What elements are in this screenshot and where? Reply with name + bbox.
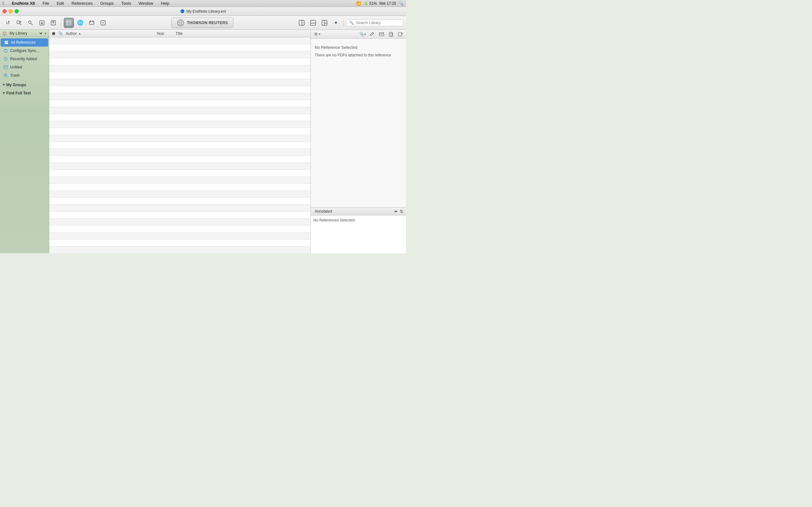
library-selector[interactable]: 🏠 My Library ▾: [0, 30, 49, 37]
find-duplicates-button[interactable]: [26, 18, 36, 28]
gear-dropdown-arrow: ▾: [319, 32, 320, 36]
table-row[interactable]: [49, 226, 310, 233]
author-label: Author: [66, 32, 77, 36]
table-row[interactable]: [49, 239, 310, 246]
import-button[interactable]: [37, 18, 47, 28]
menu-groups[interactable]: Groups: [99, 1, 115, 6]
close-button[interactable]: [3, 9, 7, 13]
menu-references[interactable]: References: [70, 1, 94, 6]
maximize-button[interactable]: [14, 9, 19, 13]
pdf-panel-button[interactable]: [308, 18, 318, 28]
layout-arrow-button[interactable]: ▾: [331, 18, 341, 28]
search-icon: 🔍: [349, 20, 354, 25]
toolbar-center: THOMSON REUTERS: [109, 17, 295, 28]
edit-reference-button[interactable]: [368, 31, 376, 38]
menu-edit[interactable]: Edit: [55, 1, 65, 6]
window-title-text: My EndNote Library.enl: [187, 9, 226, 14]
attachment-dropdown-icon: ▾: [364, 33, 366, 36]
my-groups-arrow: [3, 84, 5, 86]
spotlight-icon[interactable]: 🔍: [399, 1, 403, 6]
minimize-button[interactable]: [9, 9, 13, 13]
add-reference-button[interactable]: [14, 18, 24, 28]
table-row[interactable]: [49, 79, 310, 86]
table-row[interactable]: [49, 246, 310, 253]
sidebar-item-all-references[interactable]: All References: [1, 38, 48, 47]
menu-file[interactable]: File: [41, 1, 50, 6]
thomson-reuters-button[interactable]: THOMSON REUTERS: [171, 17, 234, 28]
table-row[interactable]: [49, 93, 310, 100]
sidebar-item-recently-added[interactable]: Recently Added: [0, 55, 49, 63]
svg-rect-47: [389, 32, 392, 36]
table-row[interactable]: [49, 58, 310, 65]
right-panel: ⚙ ▾ 📎 ▾: [311, 30, 406, 253]
table-row[interactable]: [49, 121, 310, 128]
sync-button[interactable]: ↺: [3, 18, 13, 28]
find-full-text-arrow: [3, 92, 5, 94]
menu-tools[interactable]: Tools: [120, 1, 132, 6]
export-button[interactable]: [48, 18, 58, 28]
gear-menu-button[interactable]: ⚙ ▾: [312, 31, 322, 37]
table-row[interactable]: [49, 205, 310, 212]
table-row[interactable]: [49, 65, 310, 72]
table-row[interactable]: [49, 233, 310, 239]
table-row[interactable]: [49, 100, 310, 107]
layout-share-button[interactable]: [87, 18, 97, 28]
split-panel-button[interactable]: [319, 18, 329, 28]
insert-citation-button[interactable]: [397, 31, 405, 38]
sidebar-group-find-full-text[interactable]: Find Full Text: [0, 89, 49, 97]
svg-rect-24: [310, 20, 316, 25]
sidebar-item-trash[interactable]: Trash: [0, 71, 49, 79]
table-row[interactable]: [49, 170, 310, 177]
table-row[interactable]: [49, 44, 310, 51]
email-button[interactable]: [377, 31, 386, 38]
table-row[interactable]: [49, 212, 310, 219]
table-row[interactable]: [49, 198, 310, 205]
compress-button[interactable]: [98, 18, 108, 28]
col-year-header[interactable]: Year: [155, 32, 174, 36]
table-row[interactable]: [49, 135, 310, 142]
document-icon: 🔵: [180, 9, 185, 13]
table-row[interactable]: [49, 107, 310, 114]
table-row[interactable]: [49, 128, 310, 135]
col-attachment-header: 📎: [57, 31, 64, 36]
table-row[interactable]: [49, 219, 310, 226]
table-row[interactable]: [49, 177, 310, 184]
table-row[interactable]: [49, 142, 310, 149]
sidebar-item-unfiled[interactable]: Unfiled: [0, 63, 49, 71]
reference-panel-button[interactable]: [297, 18, 307, 28]
year-label: Year: [156, 32, 164, 36]
copy-formatted-button[interactable]: [387, 31, 395, 38]
table-row[interactable]: [49, 156, 310, 163]
table-row[interactable]: [49, 191, 310, 198]
layout-local-button[interactable]: [64, 18, 74, 28]
table-row[interactable]: [49, 72, 310, 79]
table-row[interactable]: [49, 163, 310, 170]
table-row[interactable]: [49, 114, 310, 121]
no-references-selected-text: No References Selected: [313, 218, 355, 222]
col-author-header[interactable]: Author ▲: [64, 32, 155, 36]
menu-window[interactable]: Window: [137, 1, 154, 6]
sidebar-item-configure-sync[interactable]: Configure Sync...: [0, 47, 49, 55]
attachment-button[interactable]: 📎 ▾: [358, 31, 367, 38]
column-header: 📎 Author ▲ Year Title: [49, 30, 310, 38]
table-row[interactable]: [49, 38, 310, 44]
annotated-select[interactable]: Annotated Plain Text Rich Text HTML: [313, 209, 398, 214]
table-row[interactable]: [49, 184, 310, 191]
menu-help[interactable]: Help: [159, 1, 171, 6]
svg-line-36: [6, 59, 6, 60]
annotated-dropdown[interactable]: Annotated Plain Text Rich Text HTML ⇅: [311, 207, 406, 215]
sidebar-group-my-groups[interactable]: My Groups: [0, 81, 49, 89]
search-input[interactable]: [356, 20, 401, 25]
table-row[interactable]: [49, 86, 310, 93]
table-row[interactable]: [49, 51, 310, 58]
table-row[interactable]: [49, 149, 310, 156]
library-dropdown[interactable]: My Library: [8, 31, 44, 36]
svg-line-44: [373, 32, 374, 33]
menu-endnote[interactable]: EndNote X8: [10, 1, 36, 6]
apple-menu[interactable]: : [3, 1, 4, 6]
reference-list: 📎 Author ▲ Year Title // Generate empty …: [49, 30, 311, 253]
all-references-label: All References: [11, 40, 36, 45]
col-title-header[interactable]: Title: [174, 32, 309, 36]
search-box[interactable]: 🔍: [346, 19, 403, 26]
layout-online-button[interactable]: 🌐: [75, 18, 85, 28]
